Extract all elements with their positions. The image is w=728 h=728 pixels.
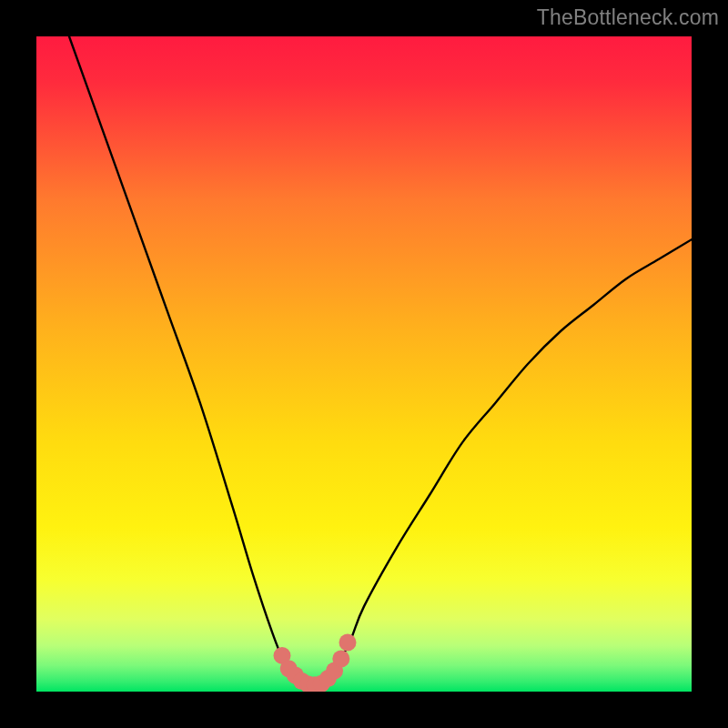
watermark-text: TheBottleneck.com — [537, 5, 719, 30]
chart-svg — [36, 36, 692, 692]
chart-plot-area — [36, 36, 692, 692]
optimal-marker — [332, 651, 349, 668]
chart-background — [36, 36, 692, 692]
optimal-marker — [339, 634, 357, 652]
